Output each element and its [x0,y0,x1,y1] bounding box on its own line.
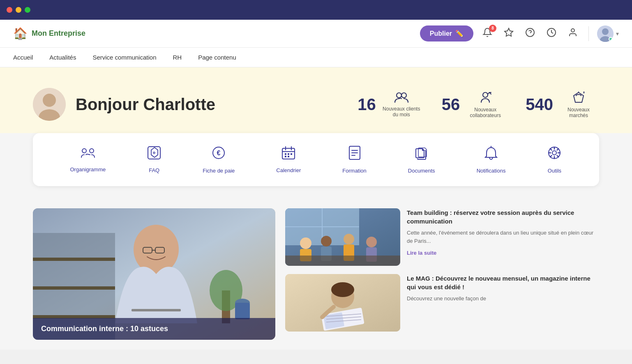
side-article-2-title: Le MAG : Découvrez le nouveau mensuel, u… [407,274,599,291]
hero-left: Bonjour Charlotte [33,88,358,121]
publish-button[interactable]: Publier ✏️ [420,25,473,41]
faq-label: FAQ [149,167,159,173]
svg-point-4 [571,29,574,32]
edit-icon: ✏️ [455,30,464,37]
marches-icon [572,91,585,107]
traffic-light-yellow[interactable] [16,7,21,13]
nav-item-rh[interactable]: RH [173,52,182,62]
svg-rect-26 [288,153,289,155]
stat-clients-number: 16 [358,95,376,114]
svg-point-12 [401,93,406,98]
chevron-down-icon: ▾ [616,30,619,37]
hero-section: Bonjour Charlotte 16 Nouveaux clients du… [0,67,632,141]
svg-marker-0 [505,28,513,36]
quick-link-fiche-de-paie[interactable]: € Fiche de paie [196,141,241,178]
side-article-2-content: Le MAG : Découvrez le nouveau mensuel, u… [407,274,599,307]
svg-point-9 [43,94,56,107]
fiche-paie-label: Fiche de paie [203,168,235,174]
svg-rect-29 [288,156,289,157]
quick-link-formation[interactable]: Formation [336,141,373,178]
svg-point-13 [483,92,488,97]
svg-point-15 [82,149,86,153]
nav-item-accueil[interactable]: Accueil [13,52,33,62]
quick-link-notifications[interactable]: Notifications [470,141,512,178]
title-bar [0,0,632,20]
quick-link-calendrier[interactable]: Calendrier [270,142,307,177]
traffic-light-green[interactable] [25,7,30,13]
side-article-1-read-more[interactable]: Lire la suite [407,250,436,256]
calendrier-label: Calendrier [276,167,301,173]
documents-label: Documents [408,168,435,174]
logo-area: 🏠 Mon Entreprise [13,27,413,40]
side-article-1-title: Team building : réservez votre session a… [407,208,599,226]
svg-point-11 [397,93,401,98]
main-article[interactable]: Communication interne : 10 astuces [33,208,275,340]
header-actions: Publier ✏️ 8 [420,25,619,42]
favorites-button[interactable] [501,26,516,41]
formation-label: Formation [342,168,367,174]
side-article-2-desc: Découvrez une nouvelle façon de [407,295,599,303]
clock-icon [547,28,556,40]
svg-point-68 [366,237,377,247]
traffic-light-red[interactable] [7,7,12,13]
quick-links-bar: Organigramme FAQ € Fiche de paie [33,133,599,186]
svg-point-16 [90,149,94,153]
svg-point-73 [331,282,354,297]
organigramme-icon [81,147,95,162]
side-articles: Team building : réservez votre session a… [285,208,599,340]
notification-button[interactable]: 8 [480,26,495,41]
side-article-1-desc: Cette année, l'événement se déroulera da… [407,229,599,245]
side-article-2: Le MAG : Découvrez le nouveau mensuel, u… [285,274,599,332]
star-icon [504,28,514,40]
avatar-button[interactable]: ▾ [597,25,619,42]
help-icon [525,28,535,40]
outils-icon [547,145,562,164]
main-article-caption: Communication interne : 10 astuces [33,318,275,340]
avatar [597,25,614,42]
svg-rect-25 [285,153,286,155]
quick-link-documents[interactable]: Documents [401,141,442,178]
quick-link-organigramme[interactable]: Organigramme [64,143,113,177]
stat-clients: 16 Nouveaux clients du mois [358,92,422,117]
svg-line-40 [550,149,552,150]
stat-marches-label: Nouveaux marchés [558,107,599,118]
side-article-2-image [285,274,400,332]
quick-link-outils[interactable]: Outils [540,141,568,178]
content-area: Communication interne : 10 astuces [0,198,632,350]
profile-button[interactable] [565,26,580,41]
stat-clients-label: Nouveaux clients du mois [381,106,422,117]
nav-item-service-communication[interactable]: Service communication [92,52,156,62]
hero-avatar [33,88,66,121]
svg-rect-28 [285,156,286,157]
svg-line-43 [550,156,552,157]
calendrier-icon [281,146,295,163]
svg-line-41 [557,156,559,157]
nav-item-page-contenu[interactable]: Page contenu [198,52,236,62]
svg-line-42 [557,149,559,150]
side-article-1-image [285,208,400,266]
header-divider [588,26,589,41]
svg-rect-47 [33,286,115,290]
notifications-label: Notifications [477,168,506,174]
header: 🏠 Mon Entreprise Publier ✏️ 8 [0,20,632,48]
collaborateurs-icon [479,91,492,107]
main-article-caption-text: Communication interne : 10 astuces [41,325,168,333]
notifications-icon [484,145,498,164]
stat-marches: 540 Nouveaux marchés [526,91,599,118]
user-icon [568,28,578,40]
history-button[interactable] [544,26,559,41]
svg-rect-27 [291,153,292,155]
clients-icon [394,92,409,106]
faq-icon [147,146,161,163]
side-article-1: Team building : réservez votre session a… [285,208,599,266]
quick-link-faq[interactable]: FAQ [141,142,168,177]
organigramme-label: Organigramme [70,166,106,173]
formation-icon [348,145,361,164]
main-nav: Accueil Actualités Service communication… [0,48,632,67]
online-indicator [609,37,613,41]
nav-item-actualites[interactable]: Actualités [49,52,76,62]
quick-links-section: Organigramme FAQ € Fiche de paie [0,133,632,198]
svg-rect-53 [131,309,181,311]
documents-icon [414,145,429,164]
help-button[interactable] [523,26,537,41]
